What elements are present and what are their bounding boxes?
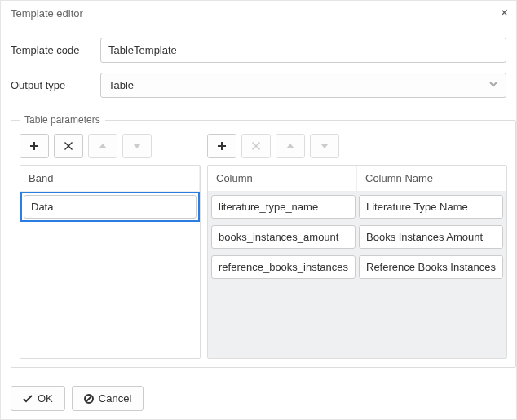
template-code-input[interactable] [100, 38, 506, 63]
band-remove-button[interactable] [54, 134, 83, 158]
x-icon [252, 142, 260, 150]
column-key-input[interactable]: books_instances_amount [211, 225, 356, 249]
caret-up-icon [99, 142, 107, 150]
col-remove-button[interactable] [241, 134, 271, 158]
ok-button[interactable]: OK [11, 386, 65, 411]
cancel-label: Cancel [99, 392, 131, 405]
cancel-icon [84, 394, 94, 404]
column-name-input[interactable]: Literature Type Name [359, 195, 503, 219]
caret-down-icon [320, 142, 329, 150]
x-icon [64, 142, 73, 150]
output-type-label: Output type [11, 79, 100, 91]
output-type-value: Table [108, 79, 134, 91]
band-add-button[interactable] [20, 134, 49, 158]
plus-icon [30, 142, 38, 150]
caret-down-icon [133, 142, 141, 150]
column-row[interactable]: books_instances_amountBooks Instances Am… [208, 222, 506, 252]
column-key-input[interactable]: reference_books_instances [211, 255, 356, 279]
column-key-input[interactable]: literature_type_name [211, 195, 356, 219]
band-column-header: Band [20, 166, 200, 192]
dialog-title: Template editor [11, 7, 83, 20]
column-name-header: Column Name [357, 166, 506, 192]
band-down-button[interactable] [122, 134, 152, 158]
chevron-down-icon [488, 79, 498, 91]
band-up-button[interactable] [88, 134, 117, 158]
col-up-button[interactable] [276, 134, 305, 158]
ok-label: OK [38, 392, 53, 405]
output-type-select[interactable]: Table [100, 73, 506, 98]
table-params-legend: Table parameters [20, 114, 105, 126]
col-down-button[interactable] [310, 134, 339, 158]
close-icon[interactable]: × [501, 6, 508, 20]
plus-icon [218, 142, 226, 150]
col-add-button[interactable] [207, 134, 236, 158]
column-name-input[interactable]: Books Instances Amount [359, 225, 503, 249]
check-icon [23, 394, 33, 404]
column-key-header: Column [208, 166, 357, 192]
caret-up-icon [286, 142, 294, 150]
column-name-input[interactable]: Reference Books Instances [359, 255, 503, 279]
template-code-label: Template code [11, 44, 100, 56]
column-row[interactable]: literature_type_nameLiterature Type Name [208, 192, 506, 222]
cancel-button[interactable]: Cancel [72, 386, 144, 411]
band-cell-input[interactable]: Data [24, 195, 197, 219]
column-row[interactable]: reference_books_instancesReference Books… [208, 252, 506, 282]
